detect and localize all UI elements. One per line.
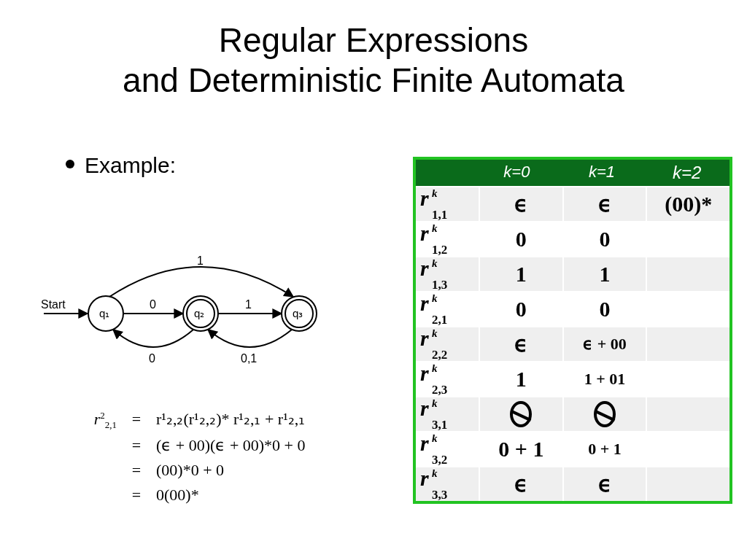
cell-k1: 1: [562, 257, 646, 291]
row-label: rk3,2: [416, 432, 479, 466]
cell-k2: [646, 397, 729, 431]
cell-k0: ϵ: [479, 467, 562, 501]
cell-k2: [646, 432, 729, 466]
cell-k1: 0: [562, 292, 646, 326]
cell-k2: [646, 362, 729, 396]
table-row: rk3,20 + 10 + 1: [416, 431, 729, 466]
cell-k2: [646, 257, 729, 291]
cell-k1: ϵ: [562, 467, 646, 501]
eqn-line-2: (ϵ + 00)(ϵ + 00)*0 + 0: [156, 433, 306, 458]
slide: Regular Expressions and Deterministic Fi…: [0, 0, 747, 560]
cell-k0: ϵ: [479, 187, 562, 221]
cell-k0: [479, 397, 562, 431]
row-label: rk2,1: [416, 292, 479, 326]
eqn-line-3: (00)*0 + 0: [156, 458, 224, 483]
cell-k1: 1 + 01: [562, 362, 646, 396]
hdr-k1: k=1: [560, 160, 645, 186]
row-label: rk2,3: [416, 362, 479, 396]
table-row: rk2,100: [416, 291, 729, 326]
state-q1: q₁: [99, 307, 109, 319]
table-row: rk3,3ϵϵ: [416, 466, 729, 501]
start-label: Start: [41, 298, 66, 311]
edge-q1-q3: 1: [197, 254, 204, 267]
edge-q3-q2: 0,1: [241, 352, 257, 365]
edge-q1-q2: 0: [150, 298, 156, 311]
dfa-diagram: Start q₁ q₂ q₃ 0 1 1 0 0,1: [36, 252, 357, 376]
equation-block: r22,1 = r¹₂,₂(r¹₂,₂)* r¹₂,₁ + r¹₂,₁ = (ϵ…: [77, 407, 306, 508]
table-row: rk3,1: [416, 396, 729, 431]
hdr-k2: k=2: [644, 160, 729, 186]
cell-k2: [646, 292, 729, 326]
row-label: rk1,3: [416, 257, 479, 291]
cell-k0: 1: [479, 257, 562, 291]
cell-k0: ϵ: [479, 327, 562, 361]
row-label: rk2,2: [416, 327, 479, 361]
state-q3: q₃: [293, 307, 303, 319]
table-row: rk1,200: [416, 221, 729, 256]
cell-k2: [646, 222, 729, 256]
cell-k2: [646, 467, 729, 501]
rk-table-header: k=0 k=1 k=2: [416, 160, 729, 186]
row-label: rk1,1: [416, 187, 479, 221]
bullet-icon: [66, 160, 74, 168]
edge-q2-q1: 0: [149, 352, 155, 365]
eqn-lhs-r: r: [94, 410, 101, 428]
cell-k1: [562, 397, 646, 431]
table-row: rk2,311 + 01: [416, 361, 729, 396]
slide-title: Regular Expressions and Deterministic Fi…: [0, 0, 747, 101]
cell-k1: ϵ + 00: [562, 327, 646, 361]
eqn-line-1: r¹₂,₂(r¹₂,₂)* r¹₂,₁ + r¹₂,₁: [156, 407, 305, 433]
cell-k1: 0 + 1: [562, 432, 646, 466]
cell-k0: 0: [479, 292, 562, 326]
row-label: rk3,3: [416, 467, 479, 501]
eqn-lhs-sub: 2,1: [105, 419, 117, 430]
cell-k1: 0: [562, 222, 646, 256]
table-row: rk1,1ϵϵ(00)*: [416, 186, 729, 221]
rk-table: k=0 k=1 k=2 rk1,1ϵϵ(00)*rk1,200rk1,311rk…: [413, 157, 732, 504]
cell-k2: [646, 327, 729, 361]
cell-k1: ϵ: [562, 187, 646, 221]
bullet-row: Example:: [66, 153, 176, 178]
table-row: rk2,2ϵϵ + 00: [416, 326, 729, 361]
eqn-line-4: 0(00)*: [156, 483, 199, 508]
hdr-k0: k=0: [474, 160, 560, 186]
title-line-2: and Deterministic Finite Automata: [123, 61, 624, 99]
state-q2: q₂: [194, 307, 204, 319]
table-row: rk1,311: [416, 256, 729, 291]
bullet-text: Example:: [85, 153, 176, 178]
edge-q2-q3: 1: [245, 298, 252, 311]
cell-k0: 0: [479, 222, 562, 256]
cell-k0: 1: [479, 362, 562, 396]
cell-k2: (00)*: [646, 187, 729, 221]
cell-k0: 0 + 1: [479, 432, 562, 466]
row-label: rk1,2: [416, 222, 479, 256]
title-line-1: Regular Expressions: [219, 21, 528, 59]
row-label: rk3,1: [416, 397, 479, 431]
